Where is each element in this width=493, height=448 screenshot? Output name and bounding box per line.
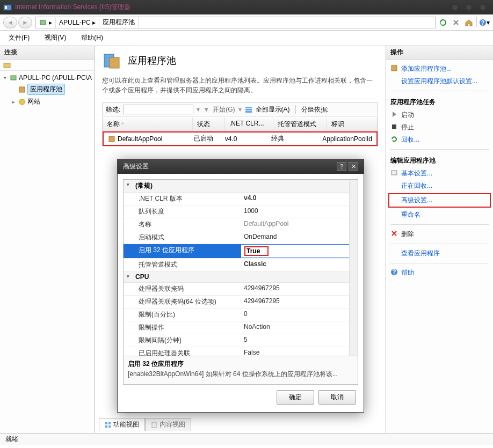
- app-pool-table: 名称 ^ 状态 .NET CLR... 托管管道模式 标识 DefaultApp…: [102, 117, 378, 146]
- action-stop[interactable]: 停止: [390, 121, 489, 134]
- scrollbar[interactable]: [349, 180, 358, 356]
- dialog-close-button[interactable]: ✕: [349, 162, 358, 171]
- back-button[interactable]: ◄: [3, 17, 17, 28]
- svg-rect-9: [11, 76, 16, 80]
- tab-content[interactable]: 内容视图: [145, 418, 191, 431]
- prop-key: 名称: [124, 218, 241, 231]
- prop-value[interactable]: 4294967295: [241, 296, 358, 308]
- prop-value[interactable]: 4294967295: [241, 283, 358, 295]
- tree-root[interactable]: ▾ APULL-PC (APULL-PC\A: [2, 73, 92, 83]
- prop-value[interactable]: 1000: [241, 205, 358, 218]
- prop-value[interactable]: NoAction: [241, 321, 358, 334]
- menu-help[interactable]: 帮助(H): [78, 31, 106, 45]
- connections-tree[interactable]: ▾ APULL-PC (APULL-PC\A 应用程序池 ▸ 网站: [0, 71, 94, 109]
- connections-pane: 连接 ▾ APULL-PC (APULL-PC\A 应用程序池 ▸ 网站: [0, 46, 95, 433]
- svg-rect-24: [392, 124, 396, 129]
- prop-category[interactable]: ▾CPU: [124, 271, 358, 283]
- prop-value[interactable]: 5: [241, 334, 358, 347]
- col-clr[interactable]: .NET CLR...: [225, 117, 273, 131]
- app-pool-icon: [18, 86, 26, 93]
- prop-value[interactable]: OnDemand: [241, 231, 358, 244]
- prop-value[interactable]: False: [241, 347, 358, 356]
- action-add-pool[interactable]: 添加应用程序池...: [390, 63, 489, 75]
- iis-icon: [3, 3, 12, 12]
- action-recycling[interactable]: 正在回收...: [390, 180, 489, 192]
- action-help[interactable]: ?帮助: [390, 267, 489, 279]
- dialog-help-button[interactable]: ?: [337, 162, 346, 171]
- svg-rect-15: [245, 109, 252, 111]
- prop-row[interactable]: 名称DefaultAppPool: [124, 218, 358, 231]
- breadcrumb-root[interactable]: ▸: [36, 17, 56, 28]
- dialog-titlebar[interactable]: 高级设置 ? ✕: [118, 159, 364, 174]
- property-grid[interactable]: ▾(常规).NET CLR 版本v4.0队列长度1000名称DefaultApp…: [123, 179, 358, 356]
- prop-category[interactable]: ▾(常规): [124, 180, 358, 193]
- prop-row[interactable]: 托管管道模式Classic: [124, 259, 358, 271]
- tab-features[interactable]: 功能视图: [99, 418, 145, 431]
- prop-value[interactable]: Classic: [241, 259, 358, 271]
- col-id[interactable]: 标识: [327, 117, 378, 131]
- ok-button[interactable]: 确定: [277, 390, 314, 405]
- action-advanced-settings[interactable]: 高级设置...: [388, 193, 491, 208]
- close-button[interactable]: [478, 4, 488, 11]
- prop-row[interactable]: 限制(百分比)0: [124, 309, 358, 321]
- tree-sites[interactable]: ▸ 网站: [2, 96, 92, 107]
- action-start[interactable]: 启动: [390, 109, 489, 121]
- stop-button-nav[interactable]: [451, 17, 461, 28]
- prop-row[interactable]: 启用 32 位应用程序True▼: [124, 244, 358, 259]
- propdesc-body: [enable32BitAppOnWin64] 如果针对 64 位操作系统上的应…: [128, 370, 353, 379]
- sites-icon: [18, 98, 26, 106]
- prop-key: 处理器关联掩码: [124, 283, 241, 295]
- connect-icon[interactable]: [3, 61, 12, 69]
- table-row[interactable]: DefaultAppPool 已启动 v4.0 经典 ApplicationPo…: [103, 131, 378, 146]
- prop-value[interactable]: True▼: [241, 244, 358, 258]
- tree-app-pools[interactable]: 应用程序池: [2, 83, 92, 96]
- statusbar: 就绪: [0, 433, 493, 445]
- prop-row[interactable]: .NET CLR 版本v4.0: [124, 193, 358, 205]
- prop-row[interactable]: 已启用处理器关联False: [124, 347, 358, 356]
- action-rename[interactable]: 重命名: [390, 209, 489, 221]
- svg-rect-25: [392, 171, 397, 175]
- prop-row[interactable]: 启动模式OnDemand: [124, 231, 358, 244]
- prop-row[interactable]: 限制操作NoAction: [124, 321, 358, 334]
- cancel-button[interactable]: 取消: [318, 390, 356, 405]
- svg-text:?: ?: [481, 19, 484, 25]
- help-button-nav[interactable]: ?▾: [479, 17, 490, 28]
- minimize-button[interactable]: [450, 4, 460, 11]
- prop-value[interactable]: DefaultAppPool: [241, 218, 358, 231]
- action-basic-settings[interactable]: 基本设置...: [390, 167, 489, 180]
- go-button[interactable]: 开始(G): [213, 105, 235, 114]
- svg-rect-17: [109, 136, 114, 142]
- prop-row[interactable]: 限制间隔(分钟)5: [124, 334, 358, 347]
- breadcrumb[interactable]: ▸ APULL-PC ▸ 应用程序池: [35, 17, 436, 28]
- maximize-button[interactable]: [464, 4, 474, 11]
- prop-row[interactable]: 处理器关联掩码(64 位选项)4294967295: [124, 296, 358, 309]
- tree-app-pools-label: 应用程序池: [27, 84, 65, 95]
- action-recycle[interactable]: 回收...: [390, 134, 489, 146]
- prop-value[interactable]: 0: [241, 309, 358, 321]
- showall-button[interactable]: 全部显示(A): [256, 105, 290, 114]
- col-name[interactable]: 名称 ^: [103, 117, 193, 131]
- row-state: 已启动: [190, 133, 221, 145]
- app-pool-large-icon: [102, 51, 121, 70]
- col-pipe[interactable]: 托管管道模式: [273, 117, 327, 131]
- home-button[interactable]: [463, 17, 474, 28]
- svg-rect-22: [152, 422, 156, 428]
- play-icon: [390, 111, 398, 118]
- forward-button[interactable]: ►: [18, 17, 32, 28]
- action-view-apps[interactable]: 查看应用程序: [390, 247, 489, 260]
- add-icon: [390, 64, 398, 72]
- breadcrumb-node[interactable]: 应用程序池: [99, 17, 139, 28]
- filter-input[interactable]: [124, 105, 193, 114]
- prop-row[interactable]: 处理器关联掩码4294967295: [124, 283, 358, 296]
- breadcrumb-host[interactable]: APULL-PC ▸: [56, 17, 99, 28]
- action-set-defaults[interactable]: 设置应用程序池默认设置...: [390, 75, 489, 87]
- col-state[interactable]: 状态: [193, 117, 225, 131]
- prop-value[interactable]: v4.0: [241, 193, 358, 205]
- action-delete[interactable]: 删除: [390, 228, 489, 240]
- menu-file[interactable]: 文件(F): [5, 31, 33, 45]
- settings-icon: [390, 169, 398, 177]
- refresh-button[interactable]: [438, 17, 448, 28]
- prop-row[interactable]: 队列长度1000: [124, 205, 358, 218]
- svg-rect-5: [40, 20, 46, 25]
- menu-view[interactable]: 视图(V): [41, 31, 69, 45]
